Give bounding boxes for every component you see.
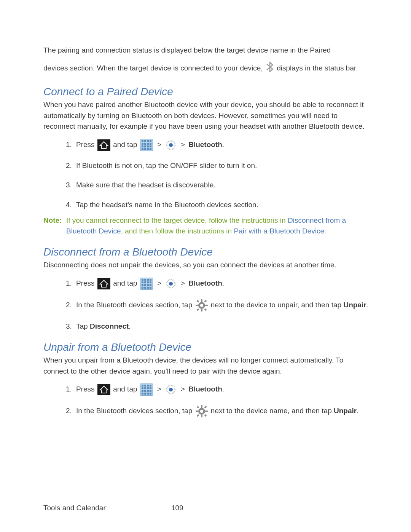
apps-grid-icon bbox=[140, 383, 153, 396]
svg-rect-10 bbox=[204, 300, 207, 302]
svg-rect-23 bbox=[196, 414, 199, 417]
note-label: Note: bbox=[43, 215, 65, 236]
intro-text-before-icon: devices section. When the target device … bbox=[43, 64, 265, 72]
step-text: . bbox=[222, 385, 224, 393]
settings-icon bbox=[166, 278, 176, 289]
svg-rect-5 bbox=[201, 299, 202, 302]
svg-rect-19 bbox=[196, 411, 198, 412]
step-text: . bbox=[366, 301, 368, 309]
svg-point-25 bbox=[200, 410, 203, 413]
step-text: and tap bbox=[113, 141, 139, 149]
home-icon bbox=[97, 278, 110, 289]
page-footer: Tools and Calendar 109 bbox=[43, 504, 369, 512]
note-text: If you cannot reconnect to the target de… bbox=[66, 216, 288, 224]
svg-rect-20 bbox=[205, 411, 208, 412]
footer-section-name: Tools and Calendar bbox=[43, 504, 106, 512]
heading-unpair: Unpair from a Bluetooth Device bbox=[43, 341, 369, 353]
step-text: and tap bbox=[113, 385, 139, 393]
step-text: Tap bbox=[76, 322, 90, 330]
device-settings-gear-icon bbox=[195, 299, 208, 312]
unpair-steps: Press and tap > > Bluetooth. In the Blue… bbox=[43, 383, 369, 418]
nav-arrow: > bbox=[157, 141, 161, 149]
intro-paragraph-1: The pairing and connection status is dis… bbox=[43, 45, 369, 56]
disconnect-label: Disconnect bbox=[90, 322, 129, 330]
note-text: , and then follow the instructions in bbox=[121, 227, 234, 235]
nav-arrow: > bbox=[181, 279, 185, 287]
home-icon bbox=[97, 384, 110, 395]
heading-connect: Connect to a Paired Device bbox=[43, 86, 369, 98]
device-settings-gear-icon bbox=[195, 405, 208, 418]
apps-grid-icon bbox=[140, 139, 153, 151]
svg-point-13 bbox=[200, 304, 203, 307]
bluetooth-connected-icon bbox=[266, 61, 274, 76]
nav-arrow: > bbox=[181, 141, 185, 149]
settings-icon bbox=[166, 384, 176, 395]
intro-text-after-icon: displays in the status bar. bbox=[277, 64, 358, 72]
connect-step-1: Press and tap > > Bluetooth. bbox=[74, 139, 369, 151]
connect-step-2: If Bluetooth is not on, tap the ON/OFF s… bbox=[74, 160, 369, 171]
step-text: Press bbox=[76, 385, 97, 393]
step-text: . bbox=[222, 279, 224, 287]
bluetooth-label: Bluetooth bbox=[188, 141, 222, 149]
connect-note: Note: If you cannot reconnect to the tar… bbox=[43, 215, 369, 236]
svg-rect-6 bbox=[201, 309, 202, 312]
unpair-intro: When you unpair from a Bluetooth device,… bbox=[43, 355, 369, 377]
disconnect-step-3: Tap Disconnect. bbox=[74, 321, 369, 332]
connect-step-4: Tap the headset's name in the Bluetooth … bbox=[74, 200, 369, 210]
svg-rect-17 bbox=[201, 405, 202, 408]
svg-rect-24 bbox=[204, 414, 207, 417]
home-icon bbox=[97, 139, 110, 151]
disconnect-step-2: In the Bluetooth devices section, tap bbox=[74, 299, 369, 312]
nav-arrow: > bbox=[181, 385, 185, 393]
svg-rect-9 bbox=[196, 300, 199, 302]
nav-arrow: > bbox=[157, 279, 161, 287]
unpair-label: Unpair bbox=[343, 301, 366, 309]
step-text: next to the device to unpair, and then t… bbox=[211, 301, 344, 309]
step-text: . bbox=[129, 322, 131, 330]
document-page: The pairing and connection status is dis… bbox=[0, 0, 411, 532]
svg-rect-7 bbox=[196, 305, 198, 306]
step-text: In the Bluetooth devices section, tap bbox=[76, 407, 194, 415]
svg-rect-18 bbox=[201, 415, 202, 417]
svg-point-1 bbox=[169, 143, 173, 147]
svg-rect-21 bbox=[196, 406, 199, 409]
step-text: . bbox=[222, 141, 224, 149]
step-text: Press bbox=[76, 279, 97, 287]
connect-step-3: Make sure that the headset is discoverab… bbox=[74, 180, 369, 190]
apps-grid-icon bbox=[140, 278, 153, 290]
unpair-step-1: Press and tap > > Bluetooth. bbox=[74, 383, 369, 396]
bluetooth-label: Bluetooth bbox=[188, 385, 222, 393]
step-text: next to the device name, and then tap bbox=[211, 407, 334, 415]
disconnect-intro: Disconnecting does not unpair the device… bbox=[43, 260, 369, 271]
intro-paragraph-2: devices section. When the target device … bbox=[43, 61, 369, 76]
step-text: . bbox=[357, 407, 358, 415]
note-body: If you cannot reconnect to the target de… bbox=[65, 215, 369, 236]
heading-disconnect: Disconnect from a Bluetooth Device bbox=[43, 246, 369, 258]
step-text: and tap bbox=[113, 279, 139, 287]
settings-icon bbox=[166, 140, 176, 150]
link-pair[interactable]: Pair with a Bluetooth Device bbox=[234, 227, 324, 235]
note-text: . bbox=[324, 227, 326, 235]
svg-rect-12 bbox=[204, 308, 207, 311]
svg-point-3 bbox=[169, 282, 173, 286]
disconnect-step-1: Press and tap > > Bluetooth. bbox=[74, 278, 369, 290]
svg-rect-22 bbox=[204, 406, 207, 409]
connect-intro: When you have paired another Bluetooth d… bbox=[43, 99, 369, 132]
svg-rect-11 bbox=[196, 308, 199, 311]
footer-page-number: 109 bbox=[171, 504, 183, 512]
svg-rect-8 bbox=[205, 305, 208, 306]
svg-point-15 bbox=[169, 388, 173, 391]
step-text: Press bbox=[76, 141, 97, 149]
unpair-step-2: In the Bluetooth devices section, tap bbox=[74, 405, 369, 418]
connect-steps: Press and tap > > Bluetooth. If Bluetoot… bbox=[43, 139, 369, 210]
bluetooth-label: Bluetooth bbox=[188, 279, 222, 287]
disconnect-steps: Press and tap > > Bluetooth. In the Blue… bbox=[43, 278, 369, 332]
nav-arrow: > bbox=[157, 385, 161, 393]
unpair-label: Unpair bbox=[334, 407, 357, 415]
step-text: In the Bluetooth devices section, tap bbox=[76, 301, 194, 309]
